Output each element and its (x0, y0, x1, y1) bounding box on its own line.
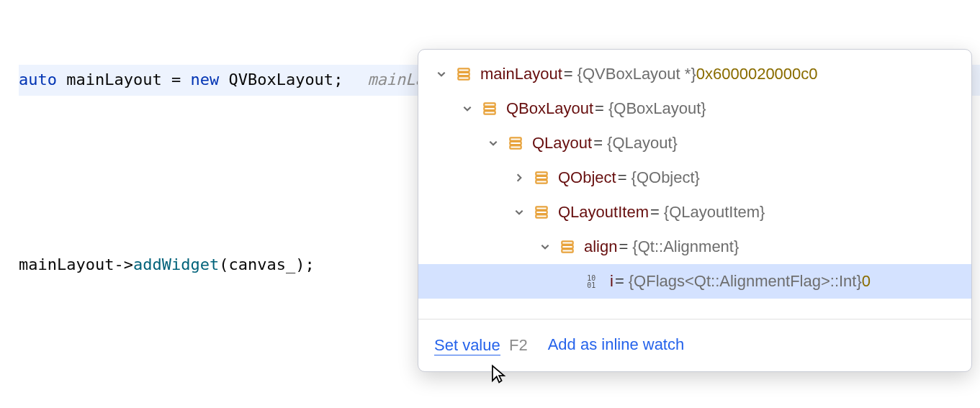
svg-rect-2 (458, 76, 469, 79)
svg-rect-9 (536, 172, 547, 175)
set-value-link[interactable]: Set value (434, 336, 500, 355)
variable-name: QObject (558, 163, 616, 194)
variable-value: 0x6000020000c0 (696, 59, 818, 90)
set-value-shortcut: F2 (509, 336, 528, 354)
svg-rect-0 (458, 68, 469, 71)
svg-rect-4 (484, 107, 495, 110)
tree-row[interactable]: 1001i = {QFlags<Qt::AlignmentFlag>::Int}… (418, 264, 971, 299)
variable-tree[interactable]: mainLayout = {QVBoxLayout *} 0x600002000… (418, 50, 971, 319)
svg-rect-10 (536, 176, 547, 179)
chevron-down-icon[interactable] (509, 202, 529, 222)
popup-footer: Set value F2 Add as inline watch (418, 319, 971, 371)
variable-type: {QObject} (631, 163, 700, 194)
variable-type: {QVBoxLayout *} (577, 59, 696, 90)
svg-rect-12 (536, 207, 547, 209)
variable-name: align (584, 232, 617, 263)
tree-row[interactable]: QLayoutItem = {QLayoutItem} (418, 195, 971, 230)
svg-rect-16 (562, 245, 572, 248)
object-icon (532, 204, 551, 220)
svg-rect-11 (536, 180, 547, 183)
chevron-none (561, 271, 581, 291)
variable-name: QLayoutItem (558, 197, 649, 228)
variable-name: i (610, 266, 613, 297)
variable-name: QBoxLayout (506, 94, 593, 124)
variable-name: QLayout (532, 128, 592, 159)
svg-rect-3 (484, 103, 495, 106)
svg-text:01: 01 (587, 281, 595, 289)
tree-row[interactable]: QObject = {QObject} (418, 160, 971, 195)
svg-rect-6 (510, 137, 521, 140)
svg-rect-15 (562, 241, 572, 244)
variable-type: {QLayout} (607, 128, 678, 159)
svg-rect-7 (510, 142, 521, 145)
object-icon (454, 66, 473, 82)
svg-rect-14 (536, 214, 547, 217)
object-icon (558, 239, 577, 255)
variable-type: {QBoxLayout} (608, 94, 706, 124)
tree-row[interactable]: QBoxLayout = {QBoxLayout} (418, 91, 971, 126)
object-icon (506, 135, 525, 151)
variable-type: {QFlags<Qt::AlignmentFlag>::Int} (629, 266, 862, 297)
object-icon (532, 170, 551, 186)
variable-type: {Qt::Alignment} (632, 232, 739, 263)
tree-row[interactable]: mainLayout = {QVBoxLayout *} 0x600002000… (418, 57, 971, 91)
tree-row[interactable]: QLayout = {QLayout} (418, 126, 971, 160)
chevron-down-icon[interactable] (483, 133, 503, 153)
svg-rect-17 (562, 249, 572, 252)
svg-rect-1 (458, 73, 469, 76)
add-inline-watch-link[interactable]: Add as inline watch (548, 330, 685, 361)
chevron-right-icon[interactable] (509, 168, 529, 188)
binary-icon: 1001 (584, 273, 603, 289)
svg-rect-8 (510, 145, 521, 148)
tree-row[interactable]: align = {Qt::Alignment} (418, 230, 971, 264)
svg-rect-5 (484, 111, 495, 114)
chevron-down-icon[interactable] (535, 237, 555, 257)
chevron-down-icon[interactable] (457, 99, 477, 119)
debug-variable-popup[interactable]: mainLayout = {QVBoxLayout *} 0x600002000… (418, 49, 972, 372)
variable-name: mainLayout (480, 59, 562, 90)
chevron-down-icon[interactable] (431, 64, 451, 84)
variable-value: 0 (862, 266, 871, 297)
variable-type: {QLayoutItem} (664, 197, 765, 228)
object-icon (480, 101, 499, 117)
svg-rect-13 (536, 211, 547, 214)
